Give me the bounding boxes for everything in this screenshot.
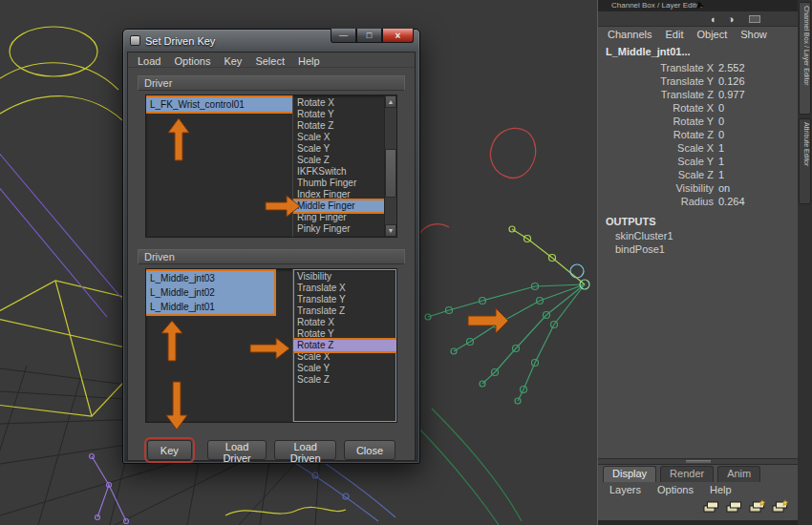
channel-name[interactable]: Translate X [598, 61, 718, 74]
new-layer-star-icon[interactable] [771, 499, 790, 514]
scrollbar-thumb[interactable] [385, 149, 396, 198]
panel-icon[interactable] [749, 15, 760, 23]
driven-attribute-item-selected[interactable]: Rotate Z [293, 340, 396, 351]
driver-attribute-list[interactable]: Rotate X Rotate Y Rotate Z Scale X Scale… [293, 95, 384, 237]
menu-help[interactable]: Help [710, 484, 732, 495]
channel-value[interactable]: 1 [718, 155, 724, 168]
new-layer-star-icon[interactable] [748, 499, 767, 514]
driver-attribute-item[interactable]: Pinky Finger [293, 223, 384, 235]
channel-value[interactable]: 0 [718, 128, 724, 141]
driver-attribute-item[interactable]: IKFKSwitch [293, 166, 384, 178]
tab-render[interactable]: Render [660, 466, 714, 482]
channel-name[interactable]: Scale X [598, 141, 718, 155]
outputs-label: OUTPUTS [606, 216, 656, 227]
channel-value[interactable]: 2.552 [718, 61, 745, 74]
menu-object[interactable]: Object [696, 29, 727, 44]
menu-help[interactable]: Help [298, 55, 320, 67]
new-layer-icon[interactable] [702, 499, 721, 514]
driven-attribute-item[interactable]: Rotate X [293, 317, 396, 328]
menu-select[interactable]: Select [255, 55, 285, 67]
channel-value[interactable]: 0 [718, 101, 724, 115]
driven-attribute-item[interactable]: Translate Z [293, 305, 396, 317]
driven-object-item[interactable]: L_Middle_jnt01 [146, 300, 274, 314]
driven-attribute-list[interactable]: Visibility Translate X Translate Y Trans… [293, 269, 396, 422]
driver-object-list[interactable]: L_FK_Wrist_control01 [146, 95, 293, 237]
channel-name[interactable]: Visibility [598, 181, 718, 195]
channel-value[interactable]: 1 [718, 141, 724, 155]
driver-attribute-item[interactable]: Rotate Y [293, 109, 384, 120]
minimize-button[interactable]: — [331, 29, 356, 43]
channel-name[interactable]: Rotate Y [598, 115, 718, 128]
maximize-button[interactable]: □ [356, 29, 382, 43]
menu-options[interactable]: Options [174, 55, 210, 67]
dialog-titlebar[interactable]: Set Driven Key — □ × [127, 30, 416, 52]
menu-channels[interactable]: Channels [608, 29, 652, 44]
driver-attribute-item[interactable]: Thumb Finger [293, 178, 384, 189]
driven-object-item[interactable]: L_Middle_jnt02 [146, 285, 274, 300]
channel-name[interactable]: Translate Y [598, 74, 718, 88]
panel-splitter[interactable] [598, 458, 798, 465]
gauge-icon[interactable]: ◐ [711, 12, 717, 26]
driven-object-list[interactable]: L_Middle_jnt03 L_Middle_jnt02 L_Middle_j… [146, 269, 293, 422]
channel-name[interactable]: Radius [598, 195, 718, 208]
driven-attribute-item[interactable]: Visibility [293, 271, 396, 283]
driver-attribute-item-selected[interactable]: Middle Finger [293, 200, 384, 212]
channel-value[interactable]: 0 [718, 115, 724, 128]
driver-attribute-item[interactable]: Ring Finger [293, 212, 384, 223]
channel-name[interactable]: Rotate X [598, 101, 718, 115]
menu-options[interactable]: Options [657, 484, 694, 495]
driver-attribute-item[interactable]: Rotate Z [293, 120, 384, 132]
set-driven-key-dialog: Set Driven Key — □ × Load Options Key Se… [122, 29, 420, 464]
driven-attribute-item[interactable]: Scale Y [293, 363, 396, 374]
contrast-icon[interactable]: ◑ [728, 12, 735, 26]
driver-attribute-scrollbar[interactable]: ▲ ▼ [384, 95, 396, 237]
tab-display[interactable]: Display [603, 466, 656, 482]
tab-anim[interactable]: Anim [717, 466, 760, 482]
menu-show[interactable]: Show [740, 29, 767, 44]
channel-value[interactable]: 1 [718, 168, 724, 181]
menu-load[interactable]: Load [138, 55, 160, 67]
load-driven-button[interactable]: Load Driven [274, 440, 335, 460]
channel-name[interactable]: Translate Z [598, 88, 718, 101]
scroll-down-icon[interactable]: ▼ [385, 224, 396, 237]
driver-attribute-item[interactable]: Scale Z [293, 155, 384, 166]
driven-attribute-item[interactable]: Scale Z [293, 374, 396, 386]
channel-row: Scale Y1 [598, 155, 798, 168]
tab-channel-box-layer-editor[interactable]: Channel Box / Layer Editor [799, 2, 811, 115]
channel-row: Translate Y0.126 [598, 74, 798, 88]
menu-edit[interactable]: Edit [665, 29, 683, 44]
output-node[interactable]: bindPose1 [615, 243, 665, 255]
driver-attribute-item[interactable]: Rotate X [293, 97, 384, 109]
driven-attribute-item[interactable]: Scale X [293, 351, 396, 363]
driven-object-item[interactable]: L_Middle_jnt03 [146, 271, 274, 285]
channel-value[interactable]: 0.977 [718, 88, 745, 101]
driven-attribute-item[interactable]: Translate Y [293, 294, 396, 305]
selected-object-name: L_Middle_jnt01... [606, 46, 691, 57]
channel-value[interactable]: on [718, 181, 730, 195]
channel-name[interactable]: Scale Y [598, 155, 718, 168]
channel-row: Rotate X0 [598, 101, 798, 115]
menu-key[interactable]: Key [224, 55, 242, 67]
close-button[interactable]: × [382, 29, 414, 43]
driven-attribute-item[interactable]: Translate X [293, 283, 396, 294]
load-driver-button[interactable]: Load Driver [207, 440, 267, 460]
scrollbar-track[interactable] [385, 108, 396, 224]
scroll-up-icon[interactable]: ▲ [385, 95, 396, 108]
tab-attribute-editor[interactable]: Attribute Editor [799, 118, 811, 204]
driver-object-item[interactable]: L_FK_Wrist_control01 [146, 97, 292, 112]
driver-attribute-item[interactable]: Index Finger [293, 189, 384, 200]
driver-attribute-item[interactable]: Scale X [293, 132, 384, 143]
close-dialog-button[interactable]: Close [344, 440, 395, 460]
key-button[interactable]: Key [147, 440, 192, 460]
channel-box-menubar: Channels Edit Object Show [598, 29, 798, 44]
channel-value[interactable]: 0.126 [718, 74, 745, 88]
menu-layers[interactable]: Layers [609, 484, 641, 495]
output-node[interactable]: skinCluster1 [615, 230, 673, 242]
driver-attribute-item[interactable]: Scale Y [293, 143, 384, 155]
channel-name[interactable]: Scale Z [598, 168, 718, 181]
new-layer-icon[interactable] [725, 499, 744, 514]
channel-value[interactable]: 0.264 [718, 195, 745, 208]
sidebar-tab-strip: Channel Box / Layer Editor Attribute Edi… [798, 0, 812, 525]
driven-attribute-item[interactable]: Rotate Y [293, 328, 396, 340]
channel-name[interactable]: Rotate Z [598, 128, 718, 141]
